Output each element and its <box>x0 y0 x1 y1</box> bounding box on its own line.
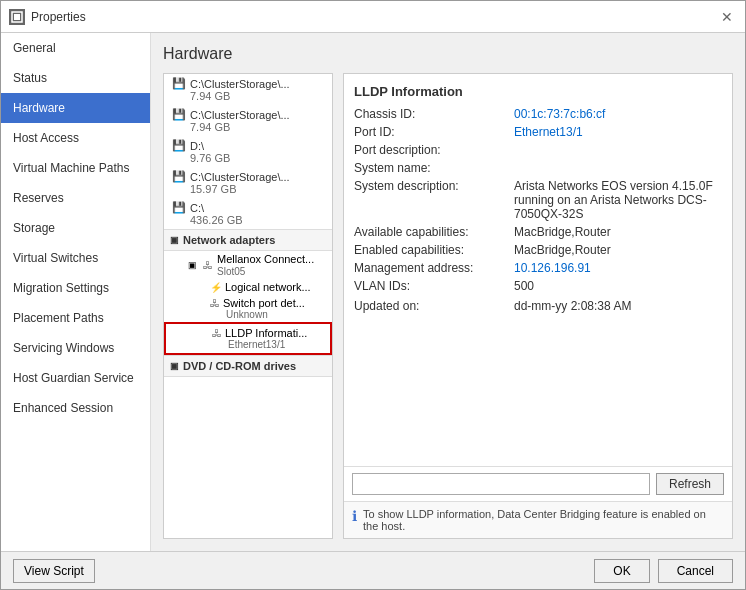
disk-icon-4: 💾 <box>172 170 186 183</box>
left-panel: 💾 C:\ClusterStorage\... 7.94 GB 💾 C:\Clu… <box>163 73 333 539</box>
cancel-button[interactable]: Cancel <box>658 559 733 583</box>
chassis-id-label: Chassis ID: <box>354 107 514 121</box>
vlan-ids-value: 500 <box>514 279 722 293</box>
info-icon: ℹ <box>352 508 357 524</box>
port-desc-value <box>514 143 722 157</box>
port-id-label: Port ID: <box>354 125 514 139</box>
sidebar-item-storage[interactable]: Storage <box>1 213 150 243</box>
lldp-label: LLDP Informati... <box>225 327 307 339</box>
sidebar-item-placement-paths[interactable]: Placement Paths <box>1 303 150 333</box>
mgmt-addr-value: 10.126.196.91 <box>514 261 722 275</box>
system-name-row: System name: <box>354 161 722 175</box>
enabled-cap-row: Enabled capabilities: MacBridge,Router <box>354 243 722 257</box>
chassis-id-value: 00:1c:73:7c:b6:cf <box>514 107 722 121</box>
port-desc-row: Port description: <box>354 143 722 157</box>
mgmt-addr-row: Management address: 10.126.196.91 <box>354 261 722 275</box>
refresh-row: Refresh <box>344 466 732 501</box>
lldp-info-area: LLDP Information Chassis ID: 00:1c:73:7c… <box>344 74 732 466</box>
enabled-cap-label: Enabled capabilities: <box>354 243 514 257</box>
updated-on-row: Updated on: dd-mm-yy 2:08:38 AM <box>354 299 722 313</box>
updated-on-label: Updated on: <box>354 299 514 313</box>
updated-on-value: dd-mm-yy 2:08:38 AM <box>514 299 722 313</box>
system-desc-value: Arista Networks EOS version 4.15.0F runn… <box>514 179 722 221</box>
sidebar-item-reserves[interactable]: Reserves <box>1 183 150 213</box>
right-panel: LLDP Information Chassis ID: 00:1c:73:7c… <box>343 73 733 539</box>
expand-icon: ▣ <box>188 260 197 270</box>
vlan-ids-label: VLAN IDs: <box>354 279 514 293</box>
port-id-value: Ethernet13/1 <box>514 125 722 139</box>
lldp-icon: 🖧 <box>212 328 222 339</box>
lldp-sub: Ethernet13/1 <box>228 339 322 350</box>
enabled-cap-value: MacBridge,Router <box>514 243 722 257</box>
main-content: Hardware 💾 C:\ClusterStorage\... 7.94 GB <box>151 33 745 551</box>
system-name-label: System name: <box>354 161 514 175</box>
mellanox-label: Mellanox Connect... <box>217 253 314 265</box>
title-bar: Properties ✕ <box>1 1 745 33</box>
sidebar-item-host-access[interactable]: Host Access <box>1 123 150 153</box>
dvd-section[interactable]: ▣ DVD / CD-ROM drives <box>164 355 332 377</box>
svg-rect-1 <box>14 14 20 20</box>
disk-item-2[interactable]: 💾 C:\ClusterStorage\... 7.94 GB <box>164 105 332 136</box>
footer: View Script OK Cancel <box>1 551 745 589</box>
port-desc-label: Port description: <box>354 143 514 157</box>
lldp-item[interactable]: 🖧 LLDP Informati... Ethernet13/1 <box>164 322 332 355</box>
ok-button[interactable]: OK <box>594 559 649 583</box>
switch-port-item[interactable]: 🖧 Switch port det... Unknown <box>164 295 332 322</box>
sidebar-item-servicing-windows[interactable]: Servicing Windows <box>1 333 150 363</box>
disk-item-4[interactable]: 💾 C:\ClusterStorage\... 15.97 GB <box>164 167 332 198</box>
switch-port-sub: Unknown <box>226 309 324 320</box>
switch-port-label: Switch port det... <box>223 297 305 309</box>
close-button[interactable]: ✕ <box>717 7 737 27</box>
view-script-button[interactable]: View Script <box>13 559 95 583</box>
info-note: ℹ To show LLDP information, Data Center … <box>344 501 732 538</box>
mellanox-sub: Slot05 <box>217 266 314 277</box>
lldp-info-title: LLDP Information <box>354 84 722 99</box>
chassis-id-row: Chassis ID: 00:1c:73:7c:b6:cf <box>354 107 722 121</box>
system-name-value <box>514 161 722 175</box>
window-icon <box>9 9 25 25</box>
sidebar-item-virtual-switches[interactable]: Virtual Switches <box>1 243 150 273</box>
vlan-ids-row: VLAN IDs: 500 <box>354 279 722 293</box>
switch-port-icon: 🖧 <box>210 298 220 309</box>
sidebar-item-host-guardian[interactable]: Host Guardian Service <box>1 363 150 393</box>
dvd-collapse-icon: ▣ <box>170 361 179 371</box>
avail-cap-label: Available capabilities: <box>354 225 514 239</box>
mellanox-icon: 🖧 <box>203 260 213 271</box>
system-desc-row: System description: Arista Networks EOS … <box>354 179 722 221</box>
disk-icon-1: 💾 <box>172 77 186 90</box>
network-adapters-section[interactable]: ▣ Network adapters <box>164 229 332 251</box>
sidebar-item-hardware[interactable]: Hardware <box>1 93 150 123</box>
sidebar: General Status Hardware Host Access Virt… <box>1 33 151 551</box>
disk-item-3[interactable]: 💾 D:\ 9.76 GB <box>164 136 332 167</box>
dvd-label: DVD / CD-ROM drives <box>183 360 296 372</box>
refresh-button[interactable]: Refresh <box>656 473 724 495</box>
sidebar-item-vm-paths[interactable]: Virtual Machine Paths <box>1 153 150 183</box>
system-desc-label: System description: <box>354 179 514 221</box>
logical-network-item[interactable]: ⚡ Logical network... <box>164 279 332 295</box>
logical-net-icon: ⚡ <box>210 282 222 293</box>
sidebar-item-general[interactable]: General <box>1 33 150 63</box>
info-note-text: To show LLDP information, Data Center Br… <box>363 508 724 532</box>
collapse-icon: ▣ <box>170 235 179 245</box>
port-id-row: Port ID: Ethernet13/1 <box>354 125 722 139</box>
window-body: General Status Hardware Host Access Virt… <box>1 33 745 551</box>
sidebar-item-status[interactable]: Status <box>1 63 150 93</box>
window: Properties ✕ General Status Hardware Hos… <box>0 0 746 590</box>
avail-cap-value: MacBridge,Router <box>514 225 722 239</box>
mgmt-addr-label: Management address: <box>354 261 514 275</box>
disk-item-5[interactable]: 💾 C:\ 436.26 GB <box>164 198 332 229</box>
section-title: Hardware <box>163 45 733 63</box>
sidebar-item-migration-settings[interactable]: Migration Settings <box>1 273 150 303</box>
disk-icon-3: 💾 <box>172 139 186 152</box>
disk-item-1[interactable]: 💾 C:\ClusterStorage\... 7.94 GB <box>164 74 332 105</box>
content-area: 💾 C:\ClusterStorage\... 7.94 GB 💾 C:\Clu… <box>163 73 733 539</box>
disk-icon-2: 💾 <box>172 108 186 121</box>
avail-cap-row: Available capabilities: MacBridge,Router <box>354 225 722 239</box>
window-title: Properties <box>31 10 86 24</box>
mellanox-item[interactable]: ▣ 🖧 Mellanox Connect... Slot05 <box>164 251 332 279</box>
disk-icon-5: 💾 <box>172 201 186 214</box>
sidebar-item-enhanced-session[interactable]: Enhanced Session <box>1 393 150 423</box>
logical-net-label: Logical network... <box>225 281 311 293</box>
refresh-input[interactable] <box>352 473 650 495</box>
network-adapters-label: Network adapters <box>183 234 275 246</box>
